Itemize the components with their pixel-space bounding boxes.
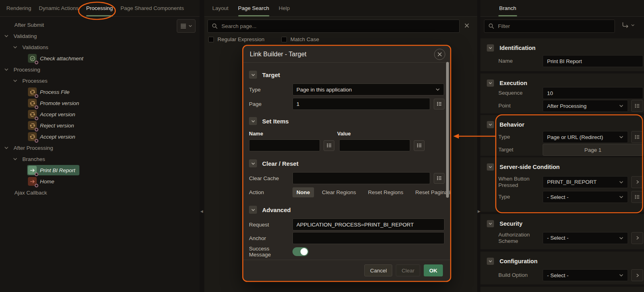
tree-item-accept-version[interactable]: Accept version: [0, 131, 200, 142]
collapse-chevron-icon[interactable]: [487, 44, 494, 52]
tree-item-branches[interactable]: Branches: [0, 153, 200, 165]
action-option-reset-regions[interactable]: Reset Regions: [364, 187, 407, 197]
action-option-clear-regions[interactable]: Clear Regions: [318, 187, 360, 197]
dialog-header: Link Builder - Target: [243, 46, 450, 63]
tree-item-inner: Processing: [13, 66, 44, 73]
collapse-chevron-icon[interactable]: [249, 71, 257, 79]
close-icon[interactable]: [434, 49, 445, 60]
left-splitter[interactable]: [200, 0, 204, 292]
collapse-chevron-icon[interactable]: [487, 163, 494, 171]
checkbox-icon: [281, 37, 287, 42]
tree-item-process-file[interactable]: Process File: [0, 86, 200, 97]
tree-item-after-submit[interactable]: After Submit: [0, 19, 200, 30]
tab-page-shared-components[interactable]: Page Shared Components: [121, 0, 184, 16]
collapse-chevron-icon[interactable]: [487, 121, 494, 128]
clear-button[interactable]: Clear: [396, 264, 420, 276]
success-message-toggle[interactable]: [292, 247, 308, 256]
go-to-icon[interactable]: [631, 232, 643, 244]
tree-item-accept-version[interactable]: Accept version: [0, 109, 200, 120]
property-editor-tabbar: Branch: [480, 0, 644, 17]
search-input[interactable]: [221, 23, 455, 29]
collapse-chevron-icon[interactable]: [487, 220, 494, 227]
tree-item-check-attachment[interactable]: Check attachment: [0, 53, 200, 64]
tree-item-label: Processing: [14, 67, 40, 73]
tree-item-reject-version[interactable]: Reject version: [0, 120, 200, 131]
clear-cache-input[interactable]: [292, 172, 430, 184]
collapse-chevron-icon[interactable]: [249, 117, 257, 125]
tab-branch[interactable]: Branch: [498, 0, 517, 16]
list-of-values-icon[interactable]: [631, 191, 643, 203]
property-filter-input[interactable]: [498, 23, 610, 29]
tab-processing[interactable]: Processing: [86, 0, 113, 16]
section-title: Behavior: [500, 121, 524, 128]
right-splitter[interactable]: [477, 0, 480, 292]
page-input[interactable]: [292, 98, 430, 110]
list-of-values-icon[interactable]: [414, 140, 425, 151]
tab-layout[interactable]: Layout: [212, 0, 229, 16]
list-of-values-icon[interactable]: [631, 100, 643, 112]
clear-search-icon[interactable]: [464, 22, 472, 30]
collapse-chevron-icon[interactable]: [487, 258, 494, 265]
tree-item-label: Accept version: [40, 134, 75, 140]
build-option-select[interactable]: - Select -: [543, 269, 628, 281]
authorization-scheme-select[interactable]: - Select -: [543, 232, 628, 244]
checkbox-regular-expression[interactable]: Regular Expression: [208, 36, 265, 42]
point-select[interactable]: After Processing: [543, 100, 628, 112]
action-option-none[interactable]: None: [292, 187, 314, 197]
right-splitter-handle[interactable]: ▶: [478, 209, 480, 213]
tree-item-validations[interactable]: Validations: [0, 42, 200, 53]
condition-badge-icon: [35, 105, 38, 109]
tree-item-ajax-callback[interactable]: Ajax Callback: [0, 187, 200, 198]
target-type-select[interactable]: Page in this application: [292, 83, 444, 95]
tree-item-promote-version[interactable]: Promote version: [0, 97, 200, 109]
list-of-values-icon[interactable]: [434, 99, 444, 109]
cancel-button[interactable]: Cancel: [364, 264, 392, 276]
go-to-component-icon[interactable]: [621, 21, 635, 29]
tree-item-processes[interactable]: Processes: [0, 75, 200, 86]
condition-badge-icon: [35, 94, 38, 98]
request-input[interactable]: [292, 219, 444, 230]
chevron-down-icon[interactable]: [4, 145, 9, 150]
chevron-down-icon[interactable]: [4, 67, 9, 72]
tree-item-print-bi-report[interactable]: Print BI Report: [0, 165, 200, 176]
ok-button[interactable]: OK: [424, 264, 443, 276]
tab-dynamic-actions[interactable]: Dynamic Actions: [39, 0, 79, 16]
tab-page-search[interactable]: Page Search: [238, 0, 269, 16]
section-title: Server-side Condition: [500, 164, 560, 170]
collapse-chevron-icon[interactable]: [249, 159, 257, 167]
go-to-icon[interactable]: [631, 269, 643, 281]
chevron-down-icon[interactable]: [4, 34, 9, 38]
collapse-chevron-icon[interactable]: [487, 79, 494, 87]
tree-item-validating[interactable]: Validating: [0, 30, 200, 42]
set-item-value-input[interactable]: [339, 139, 410, 151]
list-of-values-icon[interactable]: [631, 131, 643, 143]
name-input[interactable]: [543, 55, 643, 67]
chevron-down-icon[interactable]: [13, 157, 18, 161]
go-to-icon[interactable]: [631, 176, 643, 188]
dialog-scrollbar[interactable]: [446, 62, 449, 198]
tab-rendering[interactable]: Rendering: [6, 0, 31, 16]
left-splitter-handle[interactable]: ◀: [200, 209, 203, 213]
chevron-down-icon[interactable]: [13, 78, 18, 83]
list-of-values-icon[interactable]: [434, 173, 444, 184]
tree-item-processing[interactable]: Processing: [0, 64, 200, 75]
list-of-values-icon[interactable]: [324, 140, 334, 151]
tab-help[interactable]: Help: [279, 0, 290, 16]
action-option-reset-pagination[interactable]: Reset Pagination: [411, 187, 450, 197]
tree-item-inner: After Submit: [14, 21, 48, 29]
checkbox-match-case[interactable]: Match Case: [281, 36, 319, 42]
chevron-down-icon[interactable]: [13, 45, 18, 50]
tree-item-label: Process File: [40, 89, 69, 95]
collapse-chevron-icon[interactable]: [249, 206, 257, 214]
tree-item-after-processing[interactable]: After Processing: [0, 142, 200, 153]
type-select[interactable]: Page or URL (Redirect): [543, 131, 628, 143]
when-button-pressed-select[interactable]: PRINT_BI_REPORT: [543, 176, 628, 188]
target-link-button[interactable]: Page 1: [543, 144, 643, 156]
selected-value: Page or URL (Redirect): [547, 134, 619, 140]
tree-item-home[interactable]: Home: [0, 176, 200, 187]
anchor-input[interactable]: [292, 232, 444, 244]
tree-menu-button[interactable]: [177, 19, 196, 33]
type-select[interactable]: - Select -: [543, 191, 628, 203]
sequence-input[interactable]: [543, 87, 643, 99]
set-item-name-input[interactable]: [249, 139, 320, 151]
